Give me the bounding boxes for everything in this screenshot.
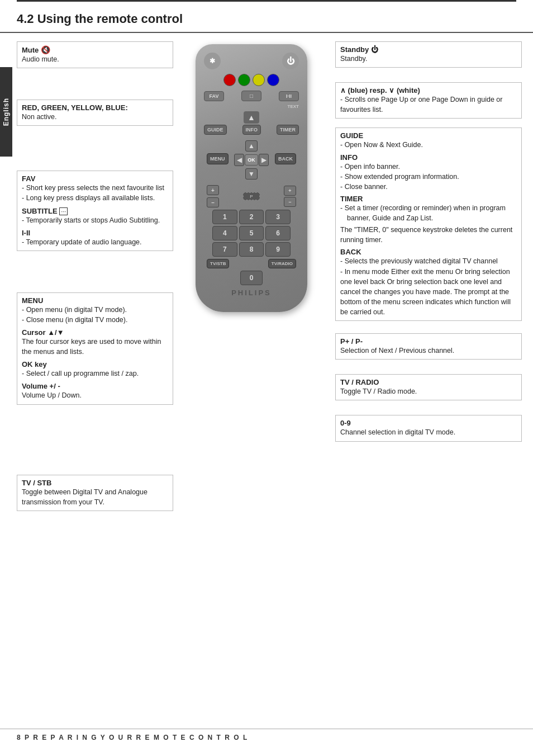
i-ii-text: - Temporary update of audio language. — [22, 237, 168, 247]
num-9-button[interactable]: 9 — [265, 242, 291, 257]
up-button[interactable]: ▲ — [244, 111, 259, 124]
nav-cluster: MENU ▲ ◀ OK ▶ ▼ BACK — [204, 138, 299, 182]
back-annotation-text: - Selects the previously watched digital… — [340, 256, 517, 317]
tv-radio-annotation-title: TV / RADIO — [340, 378, 517, 386]
menu-title: MENU — [22, 296, 168, 305]
guide-button[interactable]: GUIDE — [204, 125, 227, 135]
num-8-button[interactable]: 8 — [239, 242, 264, 257]
dpad-left-button[interactable]: ◀ — [234, 154, 244, 166]
p-plus-minus-text: Selection of Next / Previous channel. — [340, 346, 517, 356]
text-label: TEXT — [288, 104, 299, 109]
color-buttons-annotation: RED, GREEN, YELLOW, BLUE: Non active. — [17, 100, 173, 126]
fav-annotation: FAV - Short key press selects the next f… — [17, 171, 173, 251]
page-updown-annotation: ∧ (blue) resp. ∨ (white) - Scrolls one P… — [335, 82, 522, 119]
fav-button[interactable]: FAV — [204, 91, 224, 101]
page-title: 4.2 Using the remote control — [17, 12, 516, 26]
tv-stb-button[interactable]: TV/STB — [207, 259, 229, 268]
volume-title: Volume +/ - — [22, 382, 168, 390]
star-button[interactable]: ✱ — [204, 53, 221, 69]
num-7-button[interactable]: 7 — [212, 242, 237, 257]
p-minus-button[interactable]: – — [284, 197, 296, 207]
tv-stb-annotation: TV / STB Toggle between Digital TV and A… — [17, 475, 173, 511]
guide-annotation-title: GUIDE — [340, 131, 517, 140]
ok-button[interactable]: OK — [245, 154, 258, 166]
fav-title: FAV — [22, 174, 168, 183]
p-label: P — [250, 194, 253, 199]
ok-title: OK key — [22, 360, 168, 368]
page-updown-title: ∧ (blue) resp. ∨ (white) — [340, 86, 517, 94]
tv-stb-text: Toggle between Digital TV and Analogue t… — [22, 487, 168, 507]
vol-plus-button[interactable]: + — [207, 185, 219, 195]
green-button[interactable] — [238, 74, 250, 86]
volume-text: Volume Up / Down. — [22, 390, 168, 400]
num-0-button[interactable]: 0 — [240, 271, 263, 285]
mute-text: Audio mute. — [22, 54, 168, 64]
mute-title: Mute 🔇 — [22, 45, 168, 54]
vol-p-row: + – P + – — [204, 185, 299, 207]
p-plus-button[interactable]: + — [284, 186, 296, 196]
p-plus-minus-annotation: P+ / P- Selection of Next / Previous cha… — [335, 333, 522, 360]
philips-logo: PHILIPS — [204, 289, 299, 297]
mute-annotation: Mute 🔇 Audio mute. — [17, 41, 173, 68]
back-annotation-title: BACK — [340, 248, 517, 256]
i-ii-button[interactable]: I·II — [279, 91, 299, 101]
tv-radio-annotation: TV / RADIO Toggle TV / Radio mode. — [335, 374, 522, 400]
standby-text: Standby. — [340, 54, 517, 64]
dpad-down-button[interactable]: ▼ — [245, 168, 258, 179]
dpad-right-button[interactable]: ▶ — [259, 154, 269, 166]
menu-annotation: MENU - Open menu (in digital TV mode). -… — [17, 292, 173, 405]
left-column: Mute 🔇 Audio mute. RED, GREEN, YELLOW, B… — [17, 39, 179, 516]
info-annotation-text: - Open info banner. - Show extended prog… — [340, 162, 517, 192]
power-icon: ⏻ — [287, 56, 294, 65]
info-button[interactable]: INFO — [242, 125, 261, 135]
page-updown-text: - Scrolls one Page Up or one Page Down i… — [340, 94, 517, 115]
num-1-button[interactable]: 1 — [212, 210, 237, 224]
zero-row: 0 — [204, 271, 299, 285]
timer-annotation-title: TIMER — [340, 195, 517, 203]
yellow-button[interactable] — [253, 74, 265, 86]
num-5-button[interactable]: 5 — [239, 226, 264, 240]
p-controls: + – — [284, 186, 296, 207]
power-button[interactable]: ⏻ — [282, 53, 299, 69]
blue-button[interactable] — [267, 74, 279, 86]
dpad-up-button[interactable]: ▲ — [245, 140, 258, 152]
guide-info-timer-back-annotation: GUIDE - Open Now & Next Guide. INFO - Op… — [335, 127, 522, 321]
fav-text: - Short key press selects the next favou… — [22, 183, 168, 203]
footer-text: 8 P R E P A R I N G Y O U R R E M O T E … — [17, 734, 248, 741]
color-buttons-title: RED, GREEN, YELLOW, BLUE: — [22, 103, 168, 112]
timer-button[interactable]: TIMER — [277, 125, 299, 135]
timer-annotation-text: - Set a timer (recording or reminder) wh… — [340, 203, 517, 245]
back-button[interactable]: BACK — [275, 153, 296, 164]
footer: 8 P R E P A R I N G Y O U R R E M O T E … — [0, 729, 533, 746]
subtitle-button[interactable]: □ — [241, 91, 261, 101]
main-layout: Mute 🔇 Audio mute. RED, GREEN, YELLOW, B… — [0, 39, 533, 549]
num-3-button[interactable]: 3 — [265, 210, 291, 224]
subtitle-text: - Temporarily starts or stops Audio Subt… — [22, 215, 168, 225]
guide-annotation-text: - Open Now & Next Guide. — [340, 140, 517, 150]
remote-body: ✱ ⏻ FAV □ — [196, 44, 307, 312]
num-2-button[interactable]: 2 — [239, 210, 264, 224]
remote-wrapper: ✱ ⏻ FAV □ — [187, 44, 316, 312]
numpad: 1 2 3 4 5 6 7 8 9 — [204, 210, 299, 257]
num-4-button[interactable]: 4 — [212, 226, 237, 240]
ok-text: - Select / call up programme list / zap. — [22, 368, 168, 379]
num-6-button[interactable]: 6 — [265, 226, 291, 240]
menu-button[interactable]: MENU — [207, 153, 229, 164]
vol-minus-button[interactable]: – — [207, 197, 219, 207]
tv-radio-row: TV/STB TV/RADIO — [204, 259, 299, 268]
tv-radio-annotation-text: Toggle TV / Radio mode. — [340, 386, 517, 396]
red-button[interactable] — [223, 74, 236, 86]
zero-nine-title: 0-9 — [340, 419, 517, 427]
tv-radio-button[interactable]: TV/RADIO — [268, 259, 296, 268]
volume-controls: + – — [207, 185, 219, 207]
up-arrow-row: ▲ — [204, 111, 299, 124]
cursor-text: The four cursor keys are used to move wi… — [22, 337, 168, 357]
tv-stb-title: TV / STB — [22, 479, 168, 487]
dpad: ▲ ◀ OK ▶ ▼ — [234, 140, 269, 179]
color-buttons-row — [204, 74, 299, 86]
p-indicator: P — [243, 192, 260, 200]
function-row: FAV □ I·II — [204, 91, 299, 101]
header: 4.2 Using the remote control — [0, 2, 533, 33]
right-column: Standby ⏻ Standby. ∧ (blue) resp. ∨ (whi… — [324, 39, 522, 516]
standby-title: Standby ⏻ — [340, 45, 517, 54]
